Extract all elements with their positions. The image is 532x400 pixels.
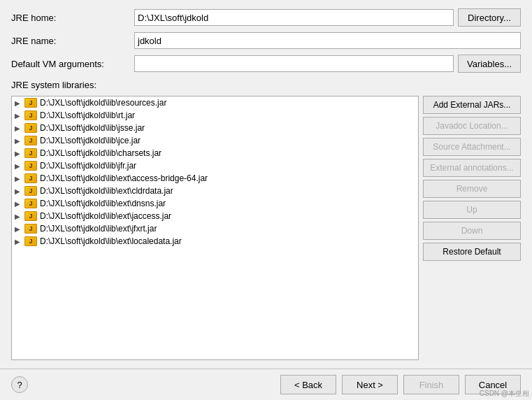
list-item-text: D:\JXL\soft\jdkold\lib\jfr.jar xyxy=(40,161,136,171)
jre-name-input[interactable] xyxy=(134,32,521,49)
list-item-text: D:\JXL\soft\jdkold\lib\jsse.jar xyxy=(40,123,145,133)
remove-button[interactable]: Remove xyxy=(423,180,521,198)
list-item[interactable]: ▶JD:\JXL\soft\jdkold\lib\jfr.jar xyxy=(12,159,418,172)
list-item[interactable]: ▶JD:\JXL\soft\jdkold\lib\ext\cldrdata.ja… xyxy=(12,185,418,197)
vm-args-row: Default VM arguments: Variables... xyxy=(11,55,521,73)
jar-icon: J xyxy=(24,186,37,196)
expand-arrow-icon: ▶ xyxy=(15,213,23,220)
jar-icon: J xyxy=(24,211,37,221)
list-item-text: D:\JXL\soft\jdkold\lib\ext\jaccess.jar xyxy=(40,211,171,221)
down-button[interactable]: Down xyxy=(423,222,521,240)
expand-arrow-icon: ▶ xyxy=(15,225,23,233)
up-button[interactable]: Up xyxy=(423,201,521,219)
list-item[interactable]: ▶JD:\JXL\soft\jdkold\lib\ext\access-brid… xyxy=(12,172,418,185)
back-button[interactable]: < Back xyxy=(280,375,336,394)
vm-args-input[interactable] xyxy=(134,55,454,72)
expand-arrow-icon: ▶ xyxy=(15,112,23,120)
list-item[interactable]: ▶JD:\JXL\soft\jdkold\lib\resources.jar xyxy=(12,97,418,109)
expand-arrow-icon: ▶ xyxy=(15,162,23,170)
jre-name-label: JRE name: xyxy=(11,36,130,46)
finish-button[interactable]: Finish xyxy=(403,375,459,394)
list-item-text: D:\JXL\soft\jdkold\lib\jce.jar xyxy=(40,136,141,145)
expand-arrow-icon: ▶ xyxy=(15,175,23,183)
restore-default-button[interactable]: Restore Default xyxy=(423,243,521,261)
dialog: JRE home: Directory... JRE name: Default… xyxy=(0,0,532,400)
jar-icon: J xyxy=(24,224,37,234)
list-item-text: D:\JXL\soft\jdkold\lib\ext\jfxrt.jar xyxy=(40,224,157,234)
expand-arrow-icon: ▶ xyxy=(15,200,23,208)
list-item[interactable]: ▶JD:\JXL\soft\jdkold\lib\ext\jaccess.jar xyxy=(12,210,418,222)
directory-button[interactable]: Directory... xyxy=(458,8,521,27)
jre-home-input[interactable] xyxy=(134,9,454,26)
libraries-section: ▶JD:\JXL\soft\jdkold\lib\resources.jar▶J… xyxy=(11,96,521,360)
next-button[interactable]: Next > xyxy=(342,375,398,394)
jar-icon: J xyxy=(24,173,37,183)
content-area: JRE home: Directory... JRE name: Default… xyxy=(0,0,532,369)
library-list-scroll[interactable]: ▶JD:\JXL\soft\jdkold\lib\resources.jar▶J… xyxy=(12,97,418,359)
watermark: CSDN @本生相 xyxy=(480,389,529,399)
expand-arrow-icon: ▶ xyxy=(15,150,23,157)
jar-icon: J xyxy=(24,98,37,108)
list-item-text: D:\JXL\soft\jdkold\lib\rt.jar xyxy=(40,110,135,120)
expand-arrow-icon: ▶ xyxy=(15,99,23,107)
list-item-text: D:\JXL\soft\jdkold\lib\charsets.jar xyxy=(40,148,161,158)
list-item[interactable]: ▶JD:\JXL\soft\jdkold\lib\ext\localedata.… xyxy=(12,235,418,248)
jar-icon: J xyxy=(24,123,37,133)
jar-icon: J xyxy=(24,236,37,246)
side-buttons: Add External JARs... Javadoc Location...… xyxy=(423,96,521,360)
list-item[interactable]: ▶JD:\JXL\soft\jdkold\lib\jsse.jar xyxy=(12,122,418,134)
libraries-label: JRE system libraries: xyxy=(11,80,521,90)
jar-icon: J xyxy=(24,161,37,171)
jre-name-row: JRE name: xyxy=(11,32,521,49)
jar-icon: J xyxy=(24,110,37,120)
jar-icon: J xyxy=(24,148,37,158)
list-item-text: D:\JXL\soft\jdkold\lib\ext\localedata.ja… xyxy=(40,236,182,246)
javadoc-location-button[interactable]: Javadoc Location... xyxy=(423,117,521,135)
list-item-text: D:\JXL\soft\jdkold\lib\ext\dnsns.jar xyxy=(40,199,166,208)
expand-arrow-icon: ▶ xyxy=(15,124,23,132)
list-item[interactable]: ▶JD:\JXL\soft\jdkold\lib\rt.jar xyxy=(12,109,418,122)
jre-home-label: JRE home: xyxy=(11,13,130,23)
expand-arrow-icon: ▶ xyxy=(15,137,23,145)
add-external-jars-button[interactable]: Add External JARs... xyxy=(423,96,521,114)
jre-home-row: JRE home: Directory... xyxy=(11,8,521,27)
source-attachment-button[interactable]: Source Attachment... xyxy=(423,138,521,156)
external-annotations-button[interactable]: External annotations... xyxy=(423,159,521,177)
list-item[interactable]: ▶JD:\JXL\soft\jdkold\lib\ext\jfxrt.jar xyxy=(12,222,418,235)
list-item[interactable]: ▶JD:\JXL\soft\jdkold\lib\charsets.jar xyxy=(12,147,418,159)
expand-arrow-icon: ▶ xyxy=(15,238,23,245)
list-item-text: D:\JXL\soft\jdkold\lib\ext\access-bridge… xyxy=(40,173,208,183)
list-item[interactable]: ▶JD:\JXL\soft\jdkold\lib\jce.jar xyxy=(12,134,418,147)
variables-button[interactable]: Variables... xyxy=(458,55,521,73)
jar-icon: J xyxy=(24,199,37,208)
jar-icon: J xyxy=(24,136,37,145)
library-list-container: ▶JD:\JXL\soft\jdkold\lib\resources.jar▶J… xyxy=(11,96,419,360)
help-button[interactable]: ? xyxy=(11,376,28,393)
list-item[interactable]: ▶JD:\JXL\soft\jdkold\lib\ext\dnsns.jar xyxy=(12,197,418,210)
expand-arrow-icon: ▶ xyxy=(15,187,23,195)
list-item-text: D:\JXL\soft\jdkold\lib\ext\cldrdata.jar xyxy=(40,186,173,196)
vm-args-label: Default VM arguments: xyxy=(11,59,130,69)
list-item-text: D:\JXL\soft\jdkold\lib\resources.jar xyxy=(40,98,166,108)
bottom-bar: ? < Back Next > Finish Cancel xyxy=(0,369,532,400)
